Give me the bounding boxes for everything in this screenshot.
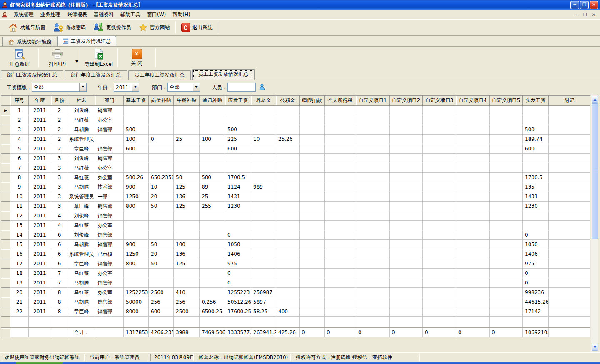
cell[interactable]: 章巨峰 [68,307,95,317]
cell[interactable] [390,307,423,317]
cell[interactable] [174,125,200,135]
cell[interactable] [423,249,456,259]
cell[interactable] [549,106,590,115]
cell[interactable]: 马胡腾 [68,297,95,307]
mdi-restore-icon[interactable]: ❐ [581,12,589,18]
cell[interactable] [456,182,490,192]
switch-operator-button[interactable]: 更换操作员 [90,21,135,34]
cell[interactable] [200,211,225,221]
cell[interactable]: 2011 [29,240,51,249]
cell[interactable]: 500 [523,125,549,135]
cell[interactable] [276,297,300,307]
cell[interactable]: 2011 [29,106,51,115]
cell[interactable] [300,230,325,240]
column-header[interactable]: 病假扣款 [300,96,325,106]
menu-system[interactable]: 系统管理 [10,10,37,19]
cell[interactable] [300,192,325,202]
cell[interactable] [300,125,325,135]
cell[interactable]: 125 [174,259,200,269]
cell[interactable] [423,144,456,154]
cell[interactable] [300,154,325,163]
cell[interactable]: 3 [51,182,68,192]
cell[interactable] [251,192,276,202]
column-header[interactable]: 通讯补贴 [200,96,225,106]
cell[interactable] [390,230,423,240]
cell[interactable] [423,182,456,192]
cell[interactable] [549,192,590,202]
cell[interactable] [325,125,356,135]
cell[interactable] [276,269,300,278]
cell[interactable] [423,106,456,115]
cell[interactable]: 0 [523,269,549,278]
row-selector[interactable] [1,115,10,125]
cell[interactable] [456,221,490,230]
cell[interactable]: 136 [174,249,200,259]
cell[interactable] [251,211,276,221]
cell[interactable] [276,288,300,297]
cell[interactable] [356,249,390,259]
cell[interactable] [300,221,325,230]
cell[interactable]: 25.26 [276,135,300,144]
cell[interactable] [325,154,356,163]
cell[interactable]: 办公室 [95,173,124,182]
cell[interactable]: 13 [10,221,29,230]
cell[interactable] [456,173,490,182]
cell[interactable] [490,106,523,115]
cell[interactable] [200,230,225,240]
cell[interactable]: 500 [225,125,251,135]
cell[interactable]: 125 [174,182,200,192]
cell[interactable] [456,144,490,154]
summarize-data-button[interactable]: 汇总数据 [2,47,38,68]
cell[interactable] [490,182,523,192]
cell[interactable] [490,154,523,163]
cell[interactable]: 18 [10,269,29,278]
cell[interactable] [549,144,590,154]
table-row[interactable]: 2020118马红薇办公室125225325604101255223256987… [1,288,590,297]
row-selector[interactable] [1,288,10,297]
cell[interactable] [356,163,390,173]
table-row[interactable]: 1220114刘俊峰销售部 [1,211,590,221]
cell[interactable]: 998236 [523,288,549,297]
current-row-arrow-icon[interactable]: ▶ [1,106,10,115]
cell[interactable]: 系统管理员 [68,192,95,202]
cell[interactable]: 17142 [523,307,549,317]
cell[interactable] [124,269,149,278]
row-selector[interactable] [1,278,10,288]
table-row[interactable]: 1720116章巨峰销售部80050125975975 [1,259,590,269]
cell[interactable] [325,221,356,230]
cell[interactable] [325,192,356,202]
cell[interactable] [225,106,251,115]
cell[interactable] [549,288,590,297]
cell[interactable]: 1406 [225,249,251,259]
cell[interactable] [325,135,356,144]
cell[interactable] [200,269,225,278]
cell[interactable] [423,154,456,163]
column-header[interactable]: 自定义项目2 [390,96,423,106]
cell[interactable] [325,202,356,211]
cell[interactable] [423,278,456,288]
cell[interactable]: 2011 [29,288,51,297]
cell[interactable]: 2011 [29,144,51,154]
cell[interactable]: 6500.25 [200,307,225,317]
cell[interactable]: 办公室 [95,115,124,125]
cell[interactable]: 马胡腾 [68,125,95,135]
cell[interactable]: 销售部 [95,297,124,307]
column-header[interactable]: 姓名 [68,96,95,106]
cell[interactable] [325,211,356,221]
column-header[interactable]: 附记 [549,96,590,106]
cell[interactable] [300,135,325,144]
cell[interactable] [124,221,149,230]
cell[interactable]: 900 [124,240,149,249]
cell[interactable] [124,154,149,163]
cell[interactable] [549,297,590,307]
cell[interactable]: 500 [200,173,225,182]
cell[interactable] [549,307,590,317]
table-row[interactable]: 920113马胡腾技术部90010125891124989135 [1,182,590,192]
table-row[interactable]: 1420116刘俊峰销售部00 [1,230,590,240]
cell[interactable]: 1431 [523,192,549,202]
cell[interactable]: 975 [225,259,251,269]
cell[interactable]: 17600.25 [225,307,251,317]
cell[interactable] [300,115,325,125]
cell[interactable]: 马红薇 [68,115,95,125]
cell[interactable] [356,211,390,221]
